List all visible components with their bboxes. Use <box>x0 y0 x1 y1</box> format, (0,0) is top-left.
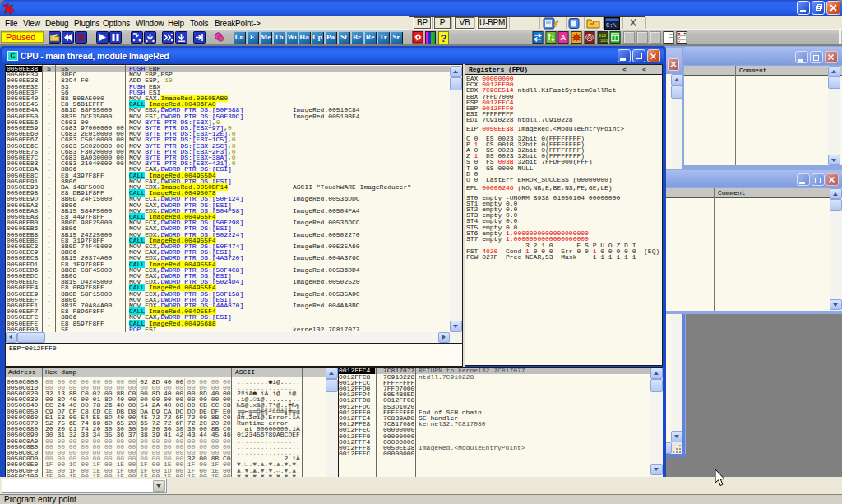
svg-text:101: 101 <box>600 39 608 44</box>
svg-text:A: A <box>560 34 566 42</box>
svg-text:C:\: C:\ <box>606 22 617 29</box>
